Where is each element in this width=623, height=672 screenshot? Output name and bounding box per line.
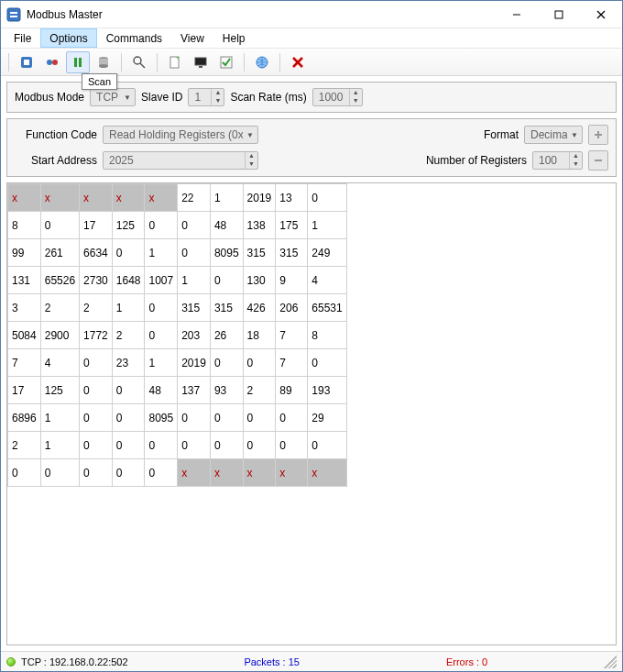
grid-cell[interactable]: 7 <box>276 322 308 349</box>
menu-view[interactable]: View <box>171 28 213 48</box>
grid-cell[interactable]: 1 <box>145 239 178 267</box>
scan-button[interactable] <box>66 51 90 73</box>
grid-cell[interactable]: 2730 <box>80 267 113 294</box>
grid-cell[interactable]: 193 <box>308 377 346 404</box>
grid-cell[interactable]: 1 <box>40 404 79 432</box>
spinner-buttons[interactable]: ▲▼ <box>211 89 224 105</box>
grid-cell[interactable]: 1772 <box>80 322 113 349</box>
grid-cell[interactable]: 99 <box>8 239 41 267</box>
grid-cell[interactable]: 6896 <box>8 404 41 432</box>
grid-cell[interactable]: 7 <box>8 349 41 377</box>
grid-cell[interactable]: 93 <box>210 377 243 404</box>
grid-cell[interactable]: 0 <box>80 349 113 377</box>
grid-cell[interactable]: 29 <box>308 404 346 432</box>
grid-cell[interactable]: 65531 <box>308 294 346 322</box>
grid-cell[interactable]: 0 <box>8 459 41 487</box>
grid-cell[interactable]: 8095 <box>210 239 243 267</box>
mode-combo[interactable]: TCP ▼ <box>90 88 136 106</box>
grid-cell[interactable]: 0 <box>80 432 113 459</box>
grid-cell[interactable]: 22 <box>178 184 211 212</box>
grid-cell[interactable]: 203 <box>178 322 211 349</box>
grid-cell[interactable]: 0 <box>80 459 113 487</box>
grid-cell[interactable]: 7 <box>276 349 308 377</box>
grid-cell[interactable]: 4 <box>308 267 346 294</box>
grid-cell[interactable]: 1 <box>112 294 145 322</box>
grid-cell[interactable]: x <box>178 459 211 487</box>
monitor-button[interactable] <box>189 51 213 73</box>
remove-button[interactable] <box>588 150 608 171</box>
grid-cell[interactable]: 1 <box>145 349 178 377</box>
grid-cell[interactable]: 0 <box>112 404 145 432</box>
grid-cell[interactable]: 1 <box>40 432 79 459</box>
grid-cell[interactable]: 0 <box>210 432 243 459</box>
grid-cell[interactable]: 2019 <box>178 349 211 377</box>
func-combo[interactable]: Read Holding Registers (0x03) ▼ <box>103 126 258 144</box>
grid-cell[interactable]: 0 <box>243 432 276 459</box>
grid-cell[interactable]: 0 <box>308 432 346 459</box>
grid-cell[interactable]: 0 <box>80 377 113 404</box>
grid-cell[interactable]: 26 <box>210 322 243 349</box>
grid-cell[interactable]: 125 <box>112 212 145 239</box>
grid-cell[interactable]: 0 <box>308 349 346 377</box>
grid-cell[interactable]: x <box>308 459 346 487</box>
grid-cell[interactable]: 48 <box>145 377 178 404</box>
grid-cell[interactable]: 0 <box>145 459 178 487</box>
grid-cell[interactable]: 1007 <box>145 267 178 294</box>
zoom-button[interactable] <box>127 51 151 73</box>
menu-file[interactable]: File <box>5 28 40 48</box>
disconnect-button[interactable] <box>40 51 64 73</box>
grid-cell[interactable]: 125 <box>40 377 79 404</box>
check-button[interactable] <box>214 51 238 73</box>
grid-cell[interactable]: 315 <box>178 294 211 322</box>
grid-cell[interactable]: 0 <box>276 404 308 432</box>
grid-cell[interactable]: 0 <box>243 404 276 432</box>
grid-cell[interactable]: 0 <box>210 404 243 432</box>
grid-cell[interactable]: 0 <box>178 404 211 432</box>
grid-cell[interactable]: 315 <box>243 239 276 267</box>
startaddr-spinner[interactable]: 2025 ▲▼ <box>103 151 258 170</box>
maximize-button[interactable] <box>538 1 580 28</box>
grid-cell[interactable]: 0 <box>308 184 346 212</box>
grid-cell[interactable]: x <box>80 184 113 212</box>
grid-cell[interactable]: 0 <box>145 432 178 459</box>
grid-cell[interactable]: 2019 <box>243 184 276 212</box>
grid-cell[interactable]: 23 <box>112 349 145 377</box>
grid-cell[interactable]: 48 <box>210 212 243 239</box>
spinner-buttons[interactable]: ▲▼ <box>245 152 257 169</box>
grid-cell[interactable]: 0 <box>178 432 211 459</box>
grid-cell[interactable]: x <box>210 459 243 487</box>
grid-cell[interactable]: 18 <box>243 322 276 349</box>
close-button[interactable] <box>580 1 622 28</box>
grid-cell[interactable]: 0 <box>112 459 145 487</box>
grid-cell[interactable]: 65526 <box>40 267 79 294</box>
grid-cell[interactable]: 0 <box>178 239 211 267</box>
grid-cell[interactable]: x <box>40 184 79 212</box>
grid-cell[interactable]: 249 <box>308 239 346 267</box>
numreg-spinner[interactable]: 100 ▲▼ <box>532 151 583 170</box>
delete-button[interactable] <box>286 51 310 73</box>
grid-cell[interactable]: 1 <box>178 267 211 294</box>
grid-cell[interactable]: 1 <box>308 212 346 239</box>
grid-cell[interactable]: x <box>112 184 145 212</box>
grid-cell[interactable]: 2900 <box>40 322 79 349</box>
grid-cell[interactable]: 137 <box>178 377 211 404</box>
connect-button[interactable] <box>15 51 38 73</box>
grid-cell[interactable]: 8095 <box>145 404 178 432</box>
grid-cell[interactable]: 17 <box>80 212 113 239</box>
slave-spinner[interactable]: 1 ▲▼ <box>188 88 224 106</box>
grid-cell[interactable]: 89 <box>276 377 308 404</box>
globe-button[interactable] <box>250 51 274 73</box>
register-grid-container[interactable]: xxxxx22120191308017125004813817519926166… <box>6 182 617 645</box>
grid-cell[interactable]: 206 <box>276 294 308 322</box>
grid-cell[interactable]: 138 <box>243 212 276 239</box>
add-button[interactable] <box>588 125 608 145</box>
grid-cell[interactable]: 17 <box>8 377 41 404</box>
grid-cell[interactable]: 315 <box>210 294 243 322</box>
menu-commands[interactable]: Commands <box>97 28 171 48</box>
grid-cell[interactable]: x <box>243 459 276 487</box>
grid-cell[interactable]: x <box>145 184 178 212</box>
grid-cell[interactable]: 2 <box>243 377 276 404</box>
format-combo[interactable]: Decimal ▼ <box>524 126 583 144</box>
grid-cell[interactable]: 0 <box>145 322 178 349</box>
grid-cell[interactable]: 0 <box>112 432 145 459</box>
